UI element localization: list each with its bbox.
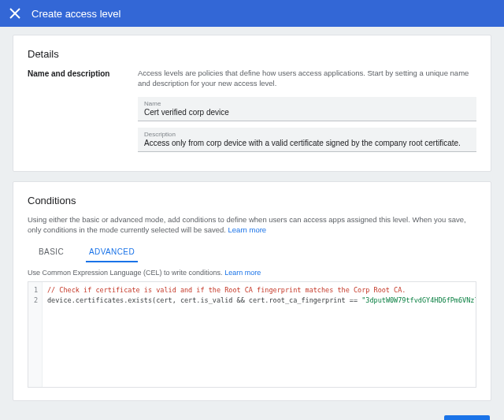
close-icon[interactable] <box>9 8 20 19</box>
gutter-line-2: 2 <box>32 295 38 306</box>
description-field[interactable]: Description Access only from corp device… <box>138 128 476 152</box>
cancel-button[interactable]: CANCEL <box>380 415 438 420</box>
description-field-label: Description <box>144 131 470 138</box>
mode-tabs: BASIC ADVANCED <box>35 243 476 262</box>
content: Details Name and description Access leve… <box>0 27 504 401</box>
cel-learn-more-link[interactable]: Learn more <box>224 269 261 277</box>
code-expr-pre: device.certificates.exists(cert, cert.is… <box>47 296 361 304</box>
editor-code[interactable]: // Check if certificate is valid and if … <box>43 282 476 387</box>
name-field-label: Name <box>144 100 470 107</box>
code-expr-string: "3dputW0W79tfvdGY4HD6fPm6VNzlG+x8TRVFvtQ… <box>361 296 476 304</box>
page-title: Create access level <box>32 8 120 20</box>
name-field[interactable]: Name Cert verified corp device <box>138 97 476 121</box>
footer: CANCEL SAVE <box>0 411 504 420</box>
cel-help-body: Use Common Expression Language (CEL) to … <box>28 269 224 277</box>
topbar: Create access level <box>0 0 504 27</box>
gutter-line-1: 1 <box>32 285 38 295</box>
details-card: Details Name and description Access leve… <box>13 35 491 172</box>
conditions-learn-more-link[interactable]: Learn more <box>228 225 267 234</box>
tab-basic[interactable]: BASIC <box>35 243 67 262</box>
details-side-label: Name and description <box>28 68 138 158</box>
details-help-text: Access levels are policies that define h… <box>138 68 476 89</box>
conditions-title: Conditions <box>28 195 476 206</box>
editor-gutter: 1 2 <box>28 282 43 387</box>
conditions-help-text: Using either the basic or advanced mode,… <box>28 214 476 236</box>
code-comment: // Check if certificate is valid and if … <box>47 286 406 294</box>
details-title: Details <box>28 48 476 60</box>
tab-advanced[interactable]: ADVANCED <box>86 243 138 262</box>
description-field-value: Access only from corp device with a vali… <box>144 138 470 148</box>
save-button[interactable]: SAVE <box>444 415 490 420</box>
cel-help-text: Use Common Expression Language (CEL) to … <box>28 269 476 277</box>
name-field-value: Cert verified corp device <box>144 107 470 117</box>
cel-editor[interactable]: 1 2 // Check if certificate is valid and… <box>28 281 476 388</box>
conditions-card: Conditions Using either the basic or adv… <box>13 181 491 402</box>
